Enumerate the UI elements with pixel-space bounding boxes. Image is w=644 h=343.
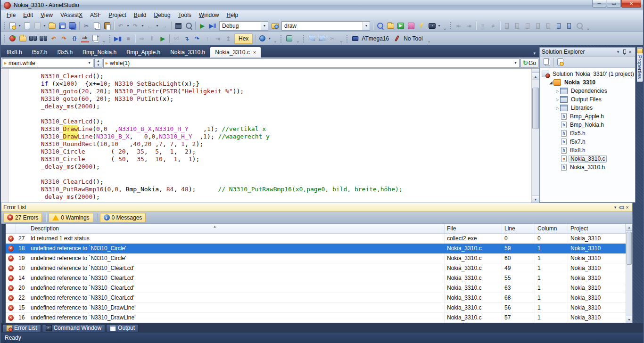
tree-item-nokia-3310[interactable]: ◢Nokia_3310 <box>540 78 635 87</box>
bottom-tab-error-list[interactable]: Error List <box>2 324 41 332</box>
error-row[interactable]: ×14undefined reference to `N3310_ClearLc… <box>6 273 626 283</box>
header-line[interactable]: Line <box>502 224 535 233</box>
previous-bookmark-folder-button[interactable] <box>533 21 543 31</box>
toolbar-grip[interactable] <box>3 34 6 43</box>
window-position-icon[interactable]: ▾ <box>615 49 621 54</box>
va-refactor-undo-button[interactable]: ↶ <box>49 33 59 44</box>
properties-window-button[interactable] <box>541 57 552 67</box>
scroll-up-arrow[interactable]: ▲ <box>532 73 539 80</box>
member-dropdown-arrow[interactable]: ▾ <box>512 61 519 65</box>
error-row[interactable]: ×22undefined reference to `N3310_ClearLc… <box>6 293 626 303</box>
header-icon-column[interactable] <box>6 224 16 233</box>
debug-configuration-combo-arrow[interactable]: ▾ <box>261 22 268 30</box>
tree-item-dependencies[interactable]: ▷Dependencies <box>540 87 635 95</box>
scope-dropdown[interactable]: ▸ main.while ▾ <box>2 58 93 68</box>
va-paste-button[interactable] <box>90 33 100 44</box>
add-class-button[interactable] <box>32 21 42 31</box>
add-class-dropdown[interactable]: ▾ <box>42 24 47 28</box>
menu-tools[interactable]: Tools <box>174 11 195 19</box>
toolbar-grip[interactable] <box>346 34 348 43</box>
tree-item-f3x5-h[interactable]: hf3x5.h <box>540 129 635 138</box>
close-panel-icon[interactable]: × <box>627 49 633 55</box>
toolbar-grip[interactable] <box>280 34 282 43</box>
menu-vassistx[interactable]: VAssistX <box>57 11 86 19</box>
cut-button[interactable]: ✂ <box>81 21 91 31</box>
quick-find-button[interactable] <box>375 21 385 31</box>
error-list-scrollbar[interactable]: ▲ ▼ <box>626 224 632 323</box>
device-chip-button[interactable] <box>350 33 360 44</box>
error-row[interactable]: ×10undefined reference to `N3310_ClearLc… <box>6 263 626 273</box>
tab-nokia-3310-c[interactable]: Nokia_3310.c× <box>210 47 261 57</box>
redo-button[interactable]: ↷ <box>130 21 140 31</box>
find-combo[interactable]: draw▾ <box>281 21 370 31</box>
add-new-item-button[interactable] <box>22 21 32 31</box>
previous-bookmark-doc-button[interactable] <box>553 21 564 31</box>
toolbar-grip[interactable] <box>109 34 111 43</box>
start-debugging-button[interactable]: ▶ <box>197 21 207 31</box>
expander-icon[interactable]: ▷ <box>555 98 560 102</box>
tab-bmp-apple-h[interactable]: Bmp_Apple.h <box>122 47 165 57</box>
command-window-dropdown[interactable]: ▾ <box>437 24 441 28</box>
warnings-filter-button[interactable]: 0 Warnings <box>49 213 93 222</box>
menu-file[interactable]: File <box>3 11 19 19</box>
expander-icon[interactable]: ▷ <box>555 89 560 93</box>
reset-button[interactable]: ↥ <box>223 33 233 44</box>
toolbar-grip[interactable] <box>303 34 305 43</box>
decrease-indent-button[interactable]: ⇤ <box>454 21 464 31</box>
va-refactor-redo-button[interactable]: ↷ <box>59 33 69 44</box>
expander-icon[interactable]: ▷ <box>555 106 560 110</box>
member-dropdown[interactable]: ▸ while(1) ▾ <box>103 58 520 68</box>
toolbar-overflow[interactable]: ⌄ <box>101 34 107 43</box>
va-find-references-button[interactable] <box>38 33 49 44</box>
find-combo-arrow[interactable]: ▾ <box>363 22 370 30</box>
show-all-files-button[interactable] <box>555 57 565 67</box>
new-project-button[interactable] <box>7 21 17 31</box>
next-bookmark-doc-button[interactable] <box>564 21 574 31</box>
solution-explorer-titlebar[interactable]: Solution Explorer ▾ × <box>540 48 635 57</box>
open-file-button[interactable] <box>47 21 57 31</box>
error-row[interactable]: ×27ld returned 1 exit statuscollect2.exe… <box>6 234 626 244</box>
close-button[interactable]: ✕ <box>621 0 641 8</box>
menu-build[interactable]: Build <box>130 11 150 19</box>
new-project-dropdown[interactable]: ▾ <box>17 24 22 28</box>
error-scroll-thumb[interactable] <box>627 232 632 265</box>
tab-bmp-nokia-h[interactable]: Bmp_Nokia.h <box>78 47 121 57</box>
stop-debugging-button[interactable]: ■ <box>123 33 133 44</box>
error-scroll-down[interactable]: ▼ <box>626 316 632 323</box>
toolbar-overflow[interactable]: ⌄ <box>295 34 300 43</box>
toggle-bookmark-button[interactable] <box>502 21 512 31</box>
expander-icon[interactable]: ◢ <box>548 81 553 85</box>
scope-spinner[interactable]: ▲▼ <box>94 58 102 68</box>
errors-filter-button[interactable]: × 27 Errors <box>3 213 42 222</box>
save-all-button[interactable] <box>67 21 78 31</box>
solution-platform-button[interactable] <box>270 21 280 31</box>
tab-f8x8-h[interactable]: f8x8.h <box>2 47 27 57</box>
menu-view[interactable]: View <box>37 11 57 19</box>
toolbar-overflow[interactable]: ⌄ <box>442 21 447 31</box>
find-button[interactable] <box>183 21 194 31</box>
paste-button[interactable] <box>102 21 112 31</box>
code-editor[interactable]: N3310_ClearLcd(); if (x<100) {x+=10; N33… <box>1 69 539 203</box>
redo-dropdown[interactable]: ▾ <box>140 24 145 28</box>
undo-dropdown[interactable]: ▾ <box>126 24 130 28</box>
tree-item-output-files[interactable]: ▷Output Files <box>540 95 635 104</box>
program-memory-button[interactable] <box>306 33 317 44</box>
tree-item-f8x8-h[interactable]: hf8x8.h <box>540 146 635 155</box>
tree-item-libraries[interactable]: ▷Libraries <box>540 104 635 112</box>
editor-vertical-scrollbar[interactable]: ▲ ▼ <box>531 69 539 203</box>
messages-filter-button[interactable]: i 0 Messages <box>100 213 146 222</box>
tab-list-dropdown-icon[interactable]: ▾ <box>533 51 539 57</box>
error-row[interactable]: ×19undefined reference to `N3310_Circle'… <box>6 253 626 263</box>
watch-dropdown[interactable]: ▾ <box>267 36 272 41</box>
bottom-tab-command-window[interactable]: Command Window <box>42 324 105 332</box>
error-list-close-icon[interactable]: × <box>624 204 630 210</box>
disassembly-button[interactable]: 6d <box>171 33 182 44</box>
step-out-button[interactable]: ↑ <box>202 33 213 44</box>
navigate-forward-button[interactable]: → <box>159 21 170 31</box>
copy-button[interactable] <box>91 21 102 31</box>
window-layout-button[interactable] <box>173 21 183 31</box>
header-column[interactable]: Column <box>535 224 568 233</box>
va-insert-snippet-button[interactable]: {} <box>69 33 80 44</box>
va-open-file-button[interactable] <box>17 33 28 44</box>
find-symbol-button[interactable] <box>406 21 416 31</box>
